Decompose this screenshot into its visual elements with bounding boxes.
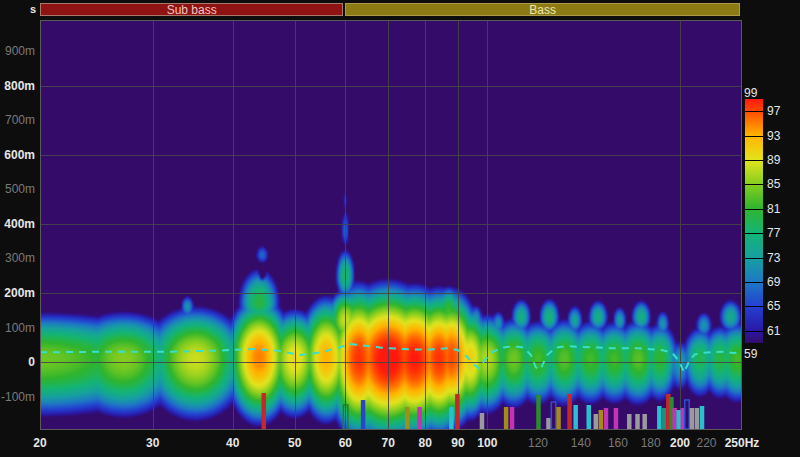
legend-step-line xyxy=(745,184,763,185)
legend-step-line xyxy=(745,111,763,112)
legend-step-line xyxy=(745,258,763,259)
y-axis-tick: 800m xyxy=(0,80,35,92)
spectrogram-window: s Sub bass Bass 203040506070809010012014… xyxy=(0,0,800,457)
y-axis-tick: 300m xyxy=(0,252,35,264)
y-axis-tick: 0 xyxy=(0,356,35,368)
y-axis-tick: 100m xyxy=(0,322,35,334)
y-axis-tick: -100m xyxy=(0,391,35,403)
legend-scale-label: 77 xyxy=(767,227,793,239)
x-axis-tick: 250Hz xyxy=(710,436,774,450)
legend-scale-label: 69 xyxy=(767,276,793,288)
legend-step-line xyxy=(745,306,763,307)
x-axis-tick: 30 xyxy=(121,436,185,450)
color-scale-legend xyxy=(745,99,763,343)
y-axis-tick: 400m xyxy=(0,218,35,230)
y-axis-tick: 500m xyxy=(0,183,35,195)
legend-scale-label: 85 xyxy=(767,178,793,190)
legend-scale-label: 97 xyxy=(767,105,793,117)
frequency-band-bass: Bass xyxy=(345,3,740,16)
y-axis-tick: 900m xyxy=(0,45,35,57)
x-axis-tick: 40 xyxy=(201,436,265,450)
legend-step-line xyxy=(745,136,763,137)
legend-max-label: 99 xyxy=(744,86,770,100)
spectrogram-canvas[interactable] xyxy=(40,20,742,430)
y-axis-tick: 200m xyxy=(0,287,35,299)
legend-step-line xyxy=(745,160,763,161)
legend-scale-label: 73 xyxy=(767,252,793,264)
legend-step-line xyxy=(745,331,763,332)
legend-scale-label: 93 xyxy=(767,130,793,142)
legend-step-line xyxy=(745,209,763,210)
x-axis-tick: 20 xyxy=(8,436,72,450)
legend-min-label: 59 xyxy=(744,347,770,361)
legend-scale-label: 61 xyxy=(767,325,793,337)
frequency-band-subbass: Sub bass xyxy=(40,3,343,16)
y-axis-tick: 700m xyxy=(0,114,35,126)
legend-scale-label: 89 xyxy=(767,154,793,166)
time-unit-label: s xyxy=(0,3,36,15)
legend-scale-label: 65 xyxy=(767,300,793,312)
legend-scale-label: 81 xyxy=(767,203,793,215)
legend-step-line xyxy=(745,233,763,234)
legend-step-line xyxy=(745,282,763,283)
y-axis-tick: 600m xyxy=(0,149,35,161)
